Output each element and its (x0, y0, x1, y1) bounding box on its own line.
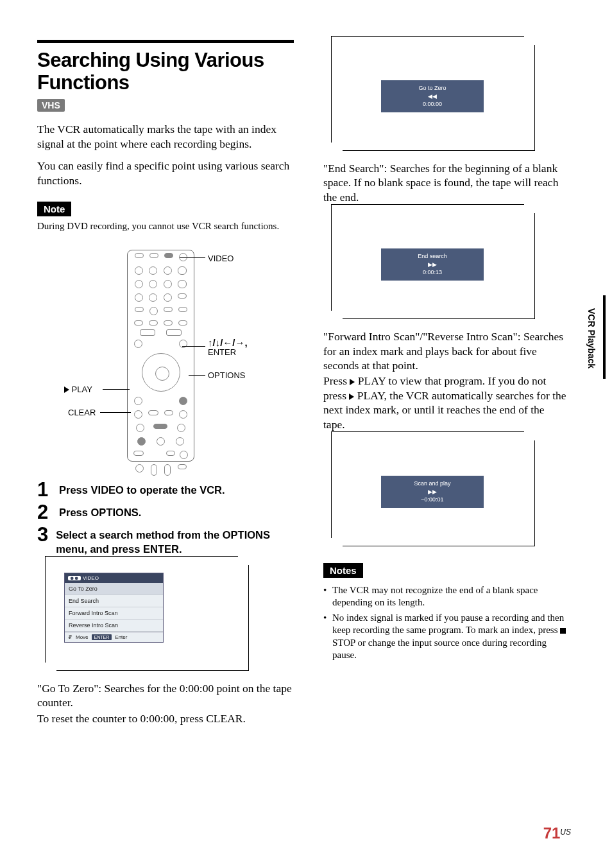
options-menu-figure: ⏺⏺ VIDEO Go To Zero End Search Forward I… (56, 565, 249, 671)
step-text: Press OPTIONS. (59, 502, 141, 519)
remote-label-clear: CLEAR (68, 408, 96, 417)
section-rule (37, 40, 294, 43)
stop-icon (560, 628, 566, 634)
steps-list: 1 Press VIDEO to operate the VCR. 2 Pres… (37, 480, 294, 557)
step-number: 1 (37, 480, 51, 499)
tape-icon: ⏺⏺ (68, 576, 81, 580)
end-search-osd-figure: End search ▶▶ 0:00:13 (343, 213, 535, 319)
options-menu-header: ⏺⏺ VIDEO (65, 573, 163, 583)
osd-panel: Scan and play ▶▶ –0:00:01 (381, 476, 484, 508)
rewind-icon: ◀◀ (381, 92, 484, 101)
footer-enter: Enter (115, 634, 127, 640)
step-number: 2 (37, 502, 51, 522)
step-2: 2 Press OPTIONS. (37, 502, 294, 522)
intro-paragraph-1: The VCR automatically marks the tape wit… (37, 122, 294, 151)
scan-play-osd-figure: Scan and play ▶▶ –0:00:01 (343, 440, 535, 546)
osd-panel: End search ▶▶ 0:00:13 (381, 248, 484, 281)
end-search-desc: "End Search": Searches for the beginning… (323, 161, 567, 204)
goto-zero-desc-1: "Go To Zero": Searches for the 0:00:00 p… (37, 681, 294, 710)
step-3: 3 Select a search method from the OPTION… (37, 525, 294, 557)
note-heading: Note (37, 202, 71, 216)
remote-figure: VIDEO ↑/↓/←/→, ENTER OPTIONS PLAY CLEAR (56, 242, 287, 473)
remote-label-play: PLAY (64, 385, 92, 394)
options-item: End Search (65, 595, 163, 607)
remote-label-video: VIDEO (208, 254, 234, 263)
options-menu-footer: ⇵ Move ENTER Enter (65, 632, 163, 642)
goto-zero-desc-2: To reset the counter to 0:00:00, press C… (37, 711, 294, 725)
fastforward-icon: ▶▶ (381, 261, 484, 269)
fastforward-icon: ▶▶ (381, 488, 484, 496)
osd-time: –0:00:01 (381, 496, 484, 504)
intro-paragraph-2: You can easily find a specific point usi… (37, 159, 294, 187)
page-title: Searching Using Various Functions (37, 49, 294, 94)
remote-label-options: OPTIONS (208, 370, 246, 380)
osd-title: Go to Zero (381, 84, 484, 92)
side-tab-label: VCR Playback (586, 308, 612, 369)
remote-outline (127, 250, 194, 462)
play-icon (64, 386, 69, 393)
step-number: 3 (37, 525, 48, 544)
intro-scan-desc-2: Press PLAY to view that program. If you … (323, 374, 567, 431)
notes-heading: Notes (323, 563, 363, 578)
vhs-badge: VHS (37, 99, 65, 112)
step-text: Press VIDEO to operate the VCR. (59, 480, 225, 497)
osd-title: End search (381, 252, 484, 261)
footer-move: Move (76, 634, 89, 640)
options-header-label: VIDEO (83, 575, 99, 581)
step-1: 1 Press VIDEO to operate the VCR. (37, 480, 294, 499)
notes-list: The VCR may not recognize the end of a b… (323, 584, 567, 662)
note-item: No index signal is marked if you pause a… (323, 612, 567, 662)
remote-label-enter: ENTER (208, 347, 236, 357)
options-item: Go To Zero (65, 583, 163, 595)
options-menu-panel: ⏺⏺ VIDEO Go To Zero End Search Forward I… (64, 573, 164, 643)
page-footer: 71US (543, 824, 571, 842)
page-number: 71 (543, 824, 561, 842)
osd-title: Scan and play (381, 480, 484, 488)
osd-time: 0:00:13 (381, 268, 484, 277)
goto-zero-osd-figure: Go to Zero ◀◀ 0:00:00 (343, 45, 535, 151)
footer-enter-key: ENTER (92, 634, 112, 640)
step-text: Select a search method from the OPTIONS … (56, 525, 294, 557)
intro-scan-desc-1: "Forward Intro Scan"/"Reverse Intro Scan… (323, 329, 567, 372)
options-item: Reverse Intro Scan (65, 620, 163, 632)
options-item: Forward Intro Scan (65, 607, 163, 620)
page-suffix: US (560, 828, 571, 837)
note-text: During DVD recording, you cannot use VCR… (37, 220, 294, 233)
osd-time: 0:00:00 (381, 100, 484, 108)
updown-icon: ⇵ (68, 634, 72, 640)
osd-panel: Go to Zero ◀◀ 0:00:00 (381, 80, 484, 112)
note-item: The VCR may not recognize the end of a b… (323, 584, 567, 609)
remote-label-arrows: ↑/↓/←/→, (208, 337, 248, 348)
